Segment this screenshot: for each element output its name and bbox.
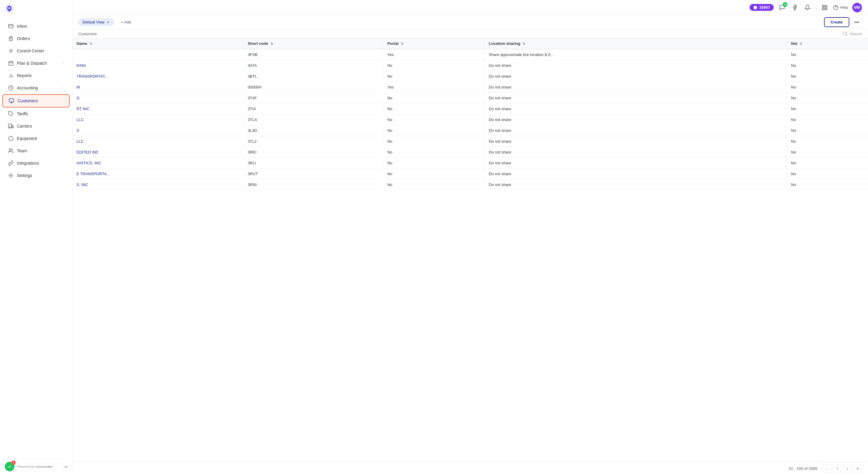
user-avatar[interactable]: MM (852, 3, 862, 12)
grid-button[interactable] (820, 3, 829, 12)
table-row[interactable]: KING 3ATA No Do not share No (72, 60, 868, 71)
cell-name: KING (72, 60, 243, 71)
messages-button[interactable]: 38 (778, 3, 786, 12)
svg-point-23 (844, 32, 847, 35)
table-row[interactable]: E TRANSPORTA... 3RUT No Do not share No (72, 169, 868, 179)
cell-portal: No (383, 125, 485, 136)
col-net[interactable]: Net ⇅ (786, 38, 868, 49)
create-button[interactable]: Create (824, 17, 849, 27)
cell-net: No (786, 82, 868, 93)
default-view-tab[interactable]: Default View (79, 18, 114, 26)
col-name[interactable]: Name ⇅ (72, 38, 243, 49)
sidebar-item-orders[interactable]: Orders (2, 33, 70, 44)
add-view-button[interactable]: + Add (117, 18, 135, 26)
table-row[interactable]: RT INC 3TIA No Do not share No (72, 104, 868, 114)
sidebar-item-equipment[interactable]: Equipment (2, 132, 70, 144)
cell-net: No (786, 147, 868, 158)
cell-short-code: 3RNI (243, 179, 383, 190)
sidebar-item-inbox[interactable]: Inbox (2, 20, 70, 32)
table-row[interactable]: EDITED INC 3REI No Do not share No (72, 147, 868, 158)
notifications-button[interactable] (803, 3, 812, 12)
svg-rect-3 (10, 36, 12, 37)
cell-short-code: 00000H (243, 82, 383, 93)
prev-page-button[interactable]: ‹ (833, 464, 841, 473)
sidebar-item-customers[interactable]: Customers (2, 94, 70, 107)
table-row[interactable]: LLC 3TLA No Do not share No (72, 114, 868, 125)
pagination-info: 51 - 100 of 2685 (789, 466, 817, 471)
table-row[interactable]: 3FSB Yes Share approximate live location… (72, 49, 868, 60)
svg-rect-5 (9, 61, 13, 66)
cell-short-code: 3REI (243, 147, 383, 158)
cell-short-code: 3L3D (243, 125, 383, 136)
sidebar-item-plan-dispatch[interactable]: Plan & Dispatch › (2, 57, 70, 69)
search-icon (843, 31, 848, 36)
table-row[interactable]: S 3L3D No Do not share No (72, 125, 868, 136)
task-notification[interactable]: 1 (5, 462, 14, 471)
col-short-code[interactable]: Short code ⇅ (243, 38, 383, 49)
sidebar-item-control-center[interactable]: Control Center (2, 45, 70, 57)
chat-button[interactable] (790, 3, 799, 12)
sort-location-icon: ⇅ (523, 42, 525, 45)
cell-portal: No (383, 71, 485, 82)
sidebar-item-tariffs[interactable]: Tariffs (2, 108, 70, 120)
cell-net: No (786, 136, 868, 147)
tab-close-icon[interactable] (106, 21, 110, 24)
sidebar-item-carriers[interactable]: Carriers (2, 120, 70, 132)
cell-net: No (786, 179, 868, 190)
cell-name: M (72, 82, 243, 93)
table-row[interactable]: S, INC 3RNI No Do not share No (72, 179, 868, 190)
cell-portal: Yes (383, 82, 485, 93)
cell-net: No (786, 158, 868, 169)
search-label: Search (849, 32, 862, 36)
toolbar-row: Customize Search (72, 30, 868, 38)
first-page-button[interactable]: « (823, 464, 831, 473)
sidebar-item-orders-label: Orders (17, 36, 30, 41)
cell-location-sharing: Share approximate live location & E... (484, 49, 786, 60)
table-row[interactable]: M 00000H Yes Do not share No (72, 82, 868, 93)
cell-name: LLC (72, 114, 243, 125)
sidebar-item-integrations[interactable]: Integrations (2, 157, 70, 169)
customize-button[interactable]: Customize (79, 32, 97, 36)
sidebar-item-accounting[interactable]: Accounting › (2, 82, 70, 94)
more-options-button[interactable]: ••• (852, 17, 862, 27)
cell-short-code: 3BTL (243, 71, 383, 82)
svg-rect-2 (9, 24, 13, 28)
sidebar-item-team[interactable]: Team (2, 145, 70, 157)
plan-dispatch-icon (8, 60, 14, 66)
sidebar-collapse-button[interactable]: ⇥ (63, 464, 67, 470)
main-content: 35907 38 Help MM Default View + A (72, 0, 868, 475)
next-page-button[interactable]: › (843, 464, 852, 473)
cell-net: No (786, 104, 868, 114)
cell-location-sharing: Do not share (484, 60, 786, 71)
sidebar-item-reports[interactable]: Reports (2, 70, 70, 81)
sidebar-item-plan-dispatch-label: Plan & Dispatch (17, 61, 47, 66)
col-portal[interactable]: Portal ⇅ (383, 38, 485, 49)
cell-location-sharing: Do not share (484, 125, 786, 136)
cell-portal: No (383, 136, 485, 147)
table-body: 3FSB Yes Share approximate live location… (72, 49, 868, 190)
app-logo-icon (5, 4, 14, 13)
table-row[interactable]: G 3T4F No Do not share No (72, 93, 868, 104)
col-location-sharing[interactable]: Location sharing ⇅ (484, 38, 786, 49)
help-label: Help (840, 5, 848, 10)
cell-short-code: 3RUT (243, 169, 383, 179)
cell-portal: Yes (383, 49, 485, 60)
accounting-icon (8, 85, 14, 91)
orders-icon (8, 36, 14, 41)
help-button[interactable]: Help (833, 5, 848, 10)
coin-balance[interactable]: 35907 (749, 4, 774, 11)
cell-name: EDITED INC (72, 147, 243, 158)
svg-rect-15 (823, 5, 824, 7)
sidebar-item-control-center-label: Control Center (17, 48, 44, 53)
search-area[interactable]: Search (843, 31, 862, 36)
table-row[interactable]: LLC 3TL2 No Do not share No (72, 136, 868, 147)
table-row[interactable]: TRANSPORTAT... 3BTL No Do not share No (72, 71, 868, 82)
table-row[interactable]: GISTICS, INC. 3RLI No Do not share No (72, 158, 868, 169)
coin-balance-value: 35907 (759, 5, 770, 10)
customers-table-container: Name ⇅ Short code ⇅ Portal ⇅ Location sh… (72, 38, 868, 462)
cell-short-code: 3TIA (243, 104, 383, 114)
sidebar-item-equipment-label: Equipment (17, 136, 37, 141)
sidebar-item-settings[interactable]: Settings (2, 169, 70, 181)
svg-point-4 (10, 50, 12, 52)
last-page-button[interactable]: » (854, 464, 862, 473)
